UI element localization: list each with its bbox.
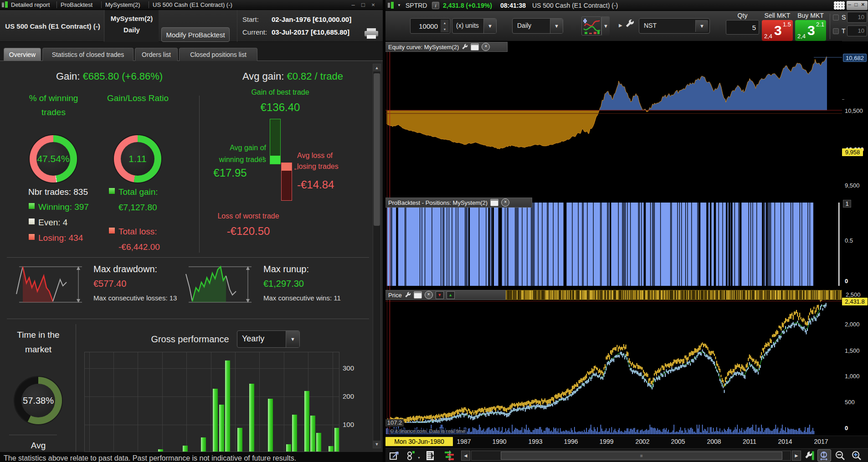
close-button[interactable]: ×: [369, 0, 377, 10]
maximize-panel-icon[interactable]: [414, 291, 422, 299]
spinner-down-icon[interactable]: ▼: [441, 26, 449, 32]
buy-market-button[interactable]: 2,4 3 2.1: [795, 20, 826, 41]
price-chart[interactable]: [385, 300, 842, 423]
target-checkbox[interactable]: [833, 28, 839, 34]
close-panel-icon[interactable]: ×: [501, 198, 509, 207]
close-panel-icon[interactable]: ×: [425, 291, 433, 299]
target-input[interactable]: 10: [847, 25, 867, 36]
gross-perf-bar: [225, 360, 230, 452]
link-tool-icon[interactable]: [406, 450, 416, 461]
worst-trade-value: -€120.50: [207, 225, 289, 238]
time-scrollbar-thumb[interactable]: ≡: [501, 452, 782, 460]
stop-checkbox[interactable]: [833, 15, 839, 20]
gross-period-select[interactable]: Yearly ▼: [237, 330, 300, 348]
scroll-up-button[interactable]: ▲: [373, 64, 380, 71]
chevron-down-icon[interactable]: ▼: [695, 20, 708, 32]
sell-mkt-label: Sell MKT: [762, 12, 793, 19]
spinner-up-icon[interactable]: ▲: [441, 20, 449, 26]
tab-overview[interactable]: Overview: [4, 48, 41, 61]
orders-list-icon[interactable]: [425, 450, 436, 461]
divider: [237, 10, 237, 42]
close-panel-icon[interactable]: ×: [482, 43, 490, 51]
buy-marker-icon[interactable]: ▲: [447, 291, 455, 299]
buy-price-big: 3: [807, 23, 815, 38]
cursor-date-label: Mon 30-Jun-1980: [385, 437, 453, 446]
maximize-button[interactable]: □: [359, 0, 367, 10]
titlebar-tab-probacktest[interactable]: ProBacktest: [61, 1, 92, 8]
maximize-panel-icon[interactable]: [471, 43, 479, 51]
gross-perf-bar: [334, 428, 339, 452]
scroll-left-button[interactable]: ◀: [461, 451, 470, 461]
titlebar-tab-instrument[interactable]: US 500 Cash (E1 Contract) (-): [153, 1, 232, 8]
detailed-report-window: Detailed report ProBacktest MySystem(2) …: [0, 0, 383, 462]
sell-market-button[interactable]: 2,4 3 1.5: [762, 20, 793, 41]
time-scrollbar-track[interactable]: ≡: [471, 451, 791, 461]
gross-perf-bar: [286, 444, 291, 452]
strategy-select[interactable]: NST ▼: [639, 18, 710, 34]
titlebar-tab-detailed-report[interactable]: Detailed report: [11, 1, 50, 8]
chevron-down-icon[interactable]: ▼: [286, 331, 299, 347]
gross-perf-bar: [292, 415, 297, 452]
price-axis-gutter[interactable]: 10,500 10,000 9,958 10,682 9,500 1 0.5 0…: [842, 42, 868, 435]
wrench-icon[interactable]: [462, 44, 468, 50]
symbol-label[interactable]: SPTRD: [406, 2, 427, 9]
chevron-down-icon[interactable]: ▼: [397, 3, 401, 7]
stop-input[interactable]: 10: [847, 12, 867, 23]
positions-axis-label: 0.5: [845, 236, 853, 244]
axis-settings-wrench-icon[interactable]: [805, 450, 815, 461]
avg-loss-label: Avg loss oflosing trades: [297, 150, 361, 172]
avg-gain-value: €0.82 / trade: [287, 71, 343, 82]
positions-list-icon[interactable]: [444, 450, 456, 461]
modify-probacktest-button[interactable]: Modify ProBacktest: [161, 27, 230, 42]
total-loss-label: Total loss:: [118, 227, 157, 237]
collapse-icon[interactable]: ▶: [619, 23, 622, 28]
report-scrollbar[interactable]: ▲ ▼: [373, 64, 381, 448]
system-tab[interactable]: MySystem(2) Daily: [105, 10, 159, 42]
workspace-grid-icon[interactable]: [834, 1, 845, 10]
scroll-down-button[interactable]: ▼: [373, 441, 380, 448]
report-header: US 500 Cash (E1 Contract) (-) MySystem(2…: [0, 10, 383, 42]
maximize-button[interactable]: □: [853, 1, 858, 8]
x-tick: 2017: [807, 438, 835, 445]
max-drawdown-value: €577.40: [93, 279, 126, 289]
tab-orders-list[interactable]: Orders list: [135, 48, 178, 61]
timeframe-select[interactable]: Daily ▼: [512, 18, 563, 34]
tab-closed-positions[interactable]: Closed positions list: [179, 48, 257, 61]
avg-win-value: €17.95: [196, 167, 264, 179]
chart-type-button[interactable]: [581, 16, 601, 36]
wrench-icon[interactable]: [405, 292, 411, 298]
titlebar-tab-mysystem[interactable]: MySystem(2): [105, 1, 140, 8]
positions-chart[interactable]: [385, 197, 842, 288]
qty-input[interactable]: 5: [726, 20, 759, 35]
total-gain-value: €7,127.80: [118, 203, 157, 213]
gross-performance-chart[interactable]: [84, 352, 339, 452]
zoom-in-icon[interactable]: [851, 450, 862, 461]
time-axis[interactable]: Mon 30-Jun-1980 1987 1990 1993 1996 1999…: [385, 436, 868, 448]
quantity-input[interactable]: 10000 ▲ ▼: [410, 18, 450, 34]
candlestick-icon: [388, 3, 390, 8]
drawing-tools-icon[interactable]: [389, 450, 400, 461]
minimize-button[interactable]: –: [847, 1, 851, 8]
maximize-panel-icon[interactable]: [490, 199, 498, 206]
close-button[interactable]: ×: [859, 1, 864, 8]
equity-curve-chart[interactable]: [385, 41, 842, 196]
sell-marker-icon[interactable]: ▼: [436, 291, 444, 299]
chart-type-dropdown[interactable]: ▼: [601, 16, 610, 36]
minimize-button[interactable]: –: [349, 0, 357, 10]
scrollbar-thumb[interactable]: [374, 73, 380, 226]
chevron-down-icon[interactable]: ▼: [550, 19, 563, 33]
chevron-down-icon[interactable]: ▼: [417, 456, 421, 459]
zoom-fit-button[interactable]: [817, 449, 831, 462]
divider: [56, 1, 57, 8]
tab-statistics[interactable]: Statistics of closed trades: [42, 48, 134, 61]
zoom-out-icon[interactable]: [835, 450, 846, 461]
wrench-icon[interactable]: [625, 19, 634, 28]
chevron-down-icon[interactable]: ▼: [483, 19, 496, 33]
units-select[interactable]: (x) units ▼: [452, 18, 497, 34]
print-icon[interactable]: [365, 28, 378, 39]
scroll-right-button[interactable]: ▶: [792, 451, 801, 461]
x-tick: 2014: [771, 438, 799, 445]
info-icon[interactable]: i: [432, 2, 439, 9]
total-gain-swatch: [108, 188, 115, 194]
gross-period-value: Yearly: [242, 334, 264, 344]
